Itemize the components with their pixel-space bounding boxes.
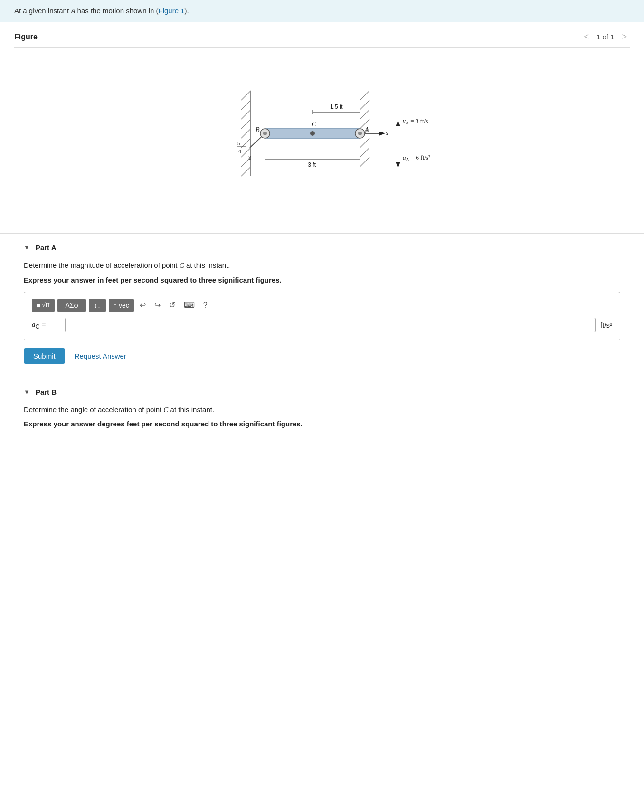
part-a-container: ▼ Part A Determine the magnitude of acce… [0, 234, 644, 378]
svg-text:aA = 6 ft/s²: aA = 6 ft/s² [403, 154, 430, 162]
svg-text:B: B [256, 126, 260, 133]
part-a-answer-box: ■ √Π ΑΣφ ↕↓ ↑ vec ↩ ↪ ↺ ⌨ [24, 292, 620, 340]
svg-line-4 [241, 119, 251, 129]
figure-link[interactable]: Figure 1 [159, 7, 185, 15]
part-a-unit: ft/s² [600, 321, 612, 329]
info-text2: has the motion shown in ( [75, 7, 158, 15]
toolbar-redo[interactable]: ↪ [152, 299, 163, 311]
svg-text:A: A [364, 126, 369, 133]
part-b-toggle[interactable]: ▼ [24, 388, 30, 396]
svg-line-5 [241, 129, 251, 138]
svg-text:x: x [385, 130, 388, 137]
svg-line-9 [241, 167, 251, 176]
toolbar-keyboard[interactable]: ⌨ [181, 299, 198, 311]
part-a-toggle[interactable]: ▼ [24, 244, 30, 251]
svg-line-2 [241, 100, 251, 110]
part-a-header: ▼ Part A [24, 244, 620, 252]
svg-line-18 [360, 148, 369, 157]
part-a-input-label: aC = [32, 320, 60, 330]
svg-text:— 3 ft —: — 3 ft — [301, 161, 323, 168]
part-a-input-row: aC = ft/s² [32, 318, 612, 332]
prev-arrow[interactable]: < [581, 31, 592, 43]
part-a-description: Determine the magnitude of acceleration … [24, 260, 620, 271]
part-a-toolbar: ■ √Π ΑΣφ ↕↓ ↑ vec ↩ ↪ ↺ ⌨ [32, 299, 612, 312]
figure-section: Figure < 1 of 1 > [0, 22, 644, 234]
svg-point-25 [310, 131, 315, 136]
part-b-description: Determine the angle of acceleration of p… [24, 405, 620, 415]
part-a-actions: Submit Request Answer [24, 348, 620, 364]
part-b-instruction: Express your answer degrees feet per sec… [24, 420, 620, 428]
svg-line-17 [360, 138, 369, 148]
toolbar-refresh[interactable]: ↺ [166, 299, 178, 311]
toolbar-help[interactable]: ? [200, 300, 210, 311]
diagram-svg: B C A x vA = 3 ft/s aA = 6 ft/s² [199, 72, 445, 195]
part-b-container: ▼ Part B Determine the angle of accelera… [0, 378, 644, 450]
figure-header: Figure < 1 of 1 > [14, 22, 630, 48]
toolbar-btn-vec[interactable]: ↑ vec [109, 299, 134, 312]
svg-line-6 [241, 138, 251, 148]
part-a-request-answer[interactable]: Request Answer [75, 352, 126, 360]
next-arrow[interactable]: > [619, 31, 630, 43]
svg-text:4: 4 [238, 149, 241, 154]
svg-text:5: 5 [237, 141, 240, 146]
info-text: At a given instant [14, 7, 71, 15]
svg-text:C: C [312, 121, 316, 128]
toolbar-btn-subscript[interactable]: ↕↓ [89, 299, 106, 312]
diagram-area: B C A x vA = 3 ft/s aA = 6 ft/s² [14, 57, 630, 219]
parts-section: ▼ Part A Determine the magnitude of acce… [0, 234, 644, 450]
info-bar: At a given instant A has the motion show… [0, 0, 644, 22]
part-b-label: Part B [36, 388, 57, 396]
figure-title: Figure [14, 33, 38, 41]
svg-line-19 [360, 157, 369, 167]
figure-nav: < 1 of 1 > [581, 31, 630, 43]
page-indicator: 1 of 1 [597, 33, 615, 41]
svg-line-14 [360, 110, 369, 119]
toolbar-btn-symbol[interactable]: ■ √Π [32, 299, 55, 312]
part-a-answer-input[interactable] [65, 318, 596, 332]
svg-line-1 [241, 91, 251, 100]
part-a-submit[interactable]: Submit [24, 348, 65, 364]
info-text3: ). [185, 7, 189, 15]
part-a-instruction: Express your answer in feet per second s… [24, 276, 620, 284]
toolbar-btn-greek[interactable]: ΑΣφ [57, 299, 86, 312]
svg-point-22 [263, 132, 267, 135]
svg-line-3 [241, 110, 251, 119]
svg-line-13 [360, 100, 369, 110]
svg-line-12 [360, 91, 369, 100]
part-a-label: Part A [36, 244, 57, 252]
svg-text:vA = 3 ft/s: vA = 3 ft/s [403, 117, 428, 125]
svg-text:3: 3 [248, 155, 251, 161]
toolbar-undo[interactable]: ↩ [137, 299, 149, 311]
part-b-header: ▼ Part B [24, 388, 620, 396]
svg-point-24 [358, 132, 362, 135]
svg-text:—1.5 ft—: —1.5 ft— [324, 104, 349, 110]
